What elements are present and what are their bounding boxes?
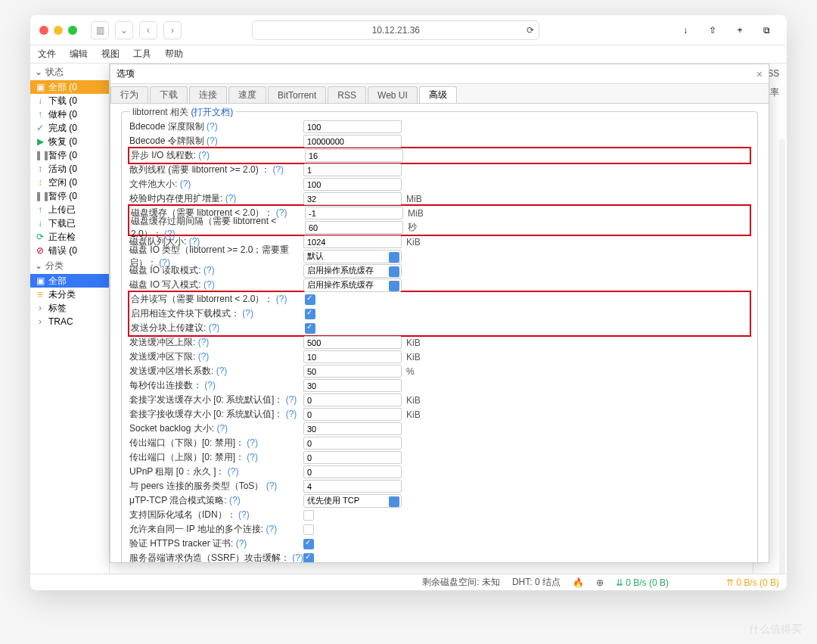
help-icon[interactable]: (?) <box>216 366 228 376</box>
help-icon[interactable]: (?) <box>207 135 218 146</box>
sidebar-status-header[interactable]: ⌄状态 <box>30 64 109 80</box>
new-tab-icon[interactable]: + <box>729 22 750 39</box>
input-field[interactable] <box>305 207 403 219</box>
checkbox[interactable] <box>303 524 314 535</box>
input-field[interactable] <box>305 149 403 162</box>
help-icon[interactable]: (?) <box>225 193 237 204</box>
select-field[interactable]: 默认 <box>303 250 402 263</box>
sidebar-item[interactable]: ▶恢复 (0 <box>30 135 109 148</box>
tab-Web UI[interactable]: Web UI <box>368 86 418 103</box>
help-icon[interactable]: (?) <box>180 179 191 189</box>
dropdown-icon[interactable]: ⌄ <box>115 21 133 39</box>
select-field[interactable]: 启用操作系统缓存 <box>303 264 402 278</box>
help-icon[interactable]: (?) <box>286 394 297 405</box>
sidebar-toggle-icon[interactable]: ▥ <box>91 21 109 39</box>
help-icon[interactable]: (?) <box>247 452 258 462</box>
menu-edit[interactable]: 编辑 <box>70 48 88 61</box>
select-field[interactable]: 启用操作系统缓存 <box>303 278 402 292</box>
input-field[interactable] <box>303 336 402 349</box>
maximize-window[interactable] <box>68 26 77 35</box>
minimize-window[interactable] <box>54 26 63 35</box>
input-field[interactable] <box>303 192 402 205</box>
menu-file[interactable]: 文件 <box>38 48 56 61</box>
tab-RSS[interactable]: RSS <box>328 86 366 103</box>
help-icon[interactable]: (?) <box>276 294 287 304</box>
scrollbar[interactable] <box>779 139 785 574</box>
tab-高级[interactable]: 高级 <box>419 86 457 103</box>
help-icon[interactable]: (?) <box>198 337 210 347</box>
open-docs-link[interactable]: (打开文档) <box>191 107 233 117</box>
help-icon[interactable]: (?) <box>266 524 277 534</box>
checkbox[interactable] <box>305 294 315 305</box>
sidebar-item[interactable]: ⊘错误 (0 <box>30 244 109 257</box>
help-icon[interactable]: (?) <box>236 538 247 549</box>
help-icon[interactable]: (?) <box>228 466 239 477</box>
sidebar-item[interactable]: ↓下载 (0 <box>30 94 109 107</box>
select-field[interactable]: 优先使用 TCP <box>303 494 402 508</box>
help-icon[interactable]: (?) <box>292 552 303 562</box>
input-field[interactable] <box>303 135 402 148</box>
help-icon[interactable]: (?) <box>238 509 250 520</box>
sidebar-item[interactable]: ✓完成 (0 <box>30 121 109 135</box>
menu-tools[interactable]: 工具 <box>133 48 151 61</box>
back-button[interactable]: ‹ <box>139 21 157 39</box>
input-field[interactable] <box>303 235 402 248</box>
tab-下载[interactable]: 下载 <box>150 86 188 103</box>
menu-help[interactable]: 帮助 <box>165 48 183 61</box>
input-field[interactable] <box>303 422 402 435</box>
share-icon[interactable]: ⇧ <box>702 22 723 39</box>
help-icon[interactable]: (?) <box>229 495 241 506</box>
reload-icon[interactable]: ⟳ <box>527 25 534 36</box>
help-icon[interactable]: (?) <box>242 308 253 319</box>
sidebar-item[interactable]: ≡未分类 <box>30 288 109 301</box>
input-field[interactable] <box>305 221 403 234</box>
input-field[interactable] <box>303 379 402 392</box>
sidebar-item[interactable]: ❚❚暂停 (0 <box>30 189 109 203</box>
help-icon[interactable]: (?) <box>198 351 210 362</box>
input-field[interactable] <box>303 350 402 363</box>
input-field[interactable] <box>303 408 402 421</box>
help-icon[interactable]: (?) <box>198 150 210 160</box>
tab-速度[interactable]: 速度 <box>228 86 266 103</box>
sidebar-item[interactable]: ↕空闲 (0 <box>30 176 109 189</box>
sidebar-item[interactable]: ↑做种 (0 <box>30 107 109 121</box>
sidebar-item[interactable]: ❚❚暂停 (0 <box>30 148 109 162</box>
help-icon[interactable]: (?) <box>247 437 258 448</box>
tab-行为[interactable]: 行为 <box>110 86 148 103</box>
sidebar-item[interactable]: ↕活动 (0 <box>30 162 109 176</box>
help-icon[interactable]: (?) <box>286 409 297 419</box>
help-icon[interactable]: (?) <box>209 322 220 333</box>
menu-view[interactable]: 视图 <box>101 48 120 61</box>
sidebar-item[interactable]: ↑上传已 <box>30 203 109 216</box>
input-field[interactable] <box>303 394 402 406</box>
help-icon[interactable]: (?) <box>203 265 215 275</box>
input-field[interactable] <box>303 451 402 464</box>
sidebar-item[interactable]: ›标签 <box>30 301 109 315</box>
help-icon[interactable]: (?) <box>207 121 218 132</box>
globe-icon[interactable]: ⊕ <box>596 577 604 588</box>
sidebar-item[interactable]: ›TRAC <box>30 315 109 328</box>
sidebar-item[interactable]: ⟳正在检 <box>30 230 109 244</box>
input-field[interactable] <box>303 120 402 133</box>
close-icon[interactable]: × <box>756 68 763 80</box>
input-field[interactable] <box>303 437 402 450</box>
close-window[interactable] <box>39 26 48 35</box>
checkbox[interactable] <box>303 510 314 521</box>
input-field[interactable] <box>303 365 402 378</box>
checkbox[interactable] <box>305 323 315 334</box>
checkbox[interactable] <box>303 553 314 563</box>
firewall-icon[interactable]: 🔥 <box>573 577 584 588</box>
address-bar[interactable]: 10.12.21.36⟳ <box>252 20 539 40</box>
checkbox[interactable] <box>303 539 314 549</box>
help-icon[interactable]: (?) <box>266 481 278 491</box>
sidebar-item[interactable]: ↓下载已 <box>30 216 109 230</box>
help-icon[interactable]: (?) <box>204 380 216 390</box>
help-icon[interactable]: (?) <box>272 164 284 175</box>
help-icon[interactable]: (?) <box>216 423 228 434</box>
input-field[interactable] <box>303 163 402 176</box>
tab-连接[interactable]: 连接 <box>189 86 227 103</box>
help-icon[interactable]: (?) <box>203 279 215 290</box>
sidebar-item[interactable]: ▣全部 (0 <box>30 80 109 94</box>
forward-button[interactable]: › <box>163 21 182 39</box>
tab-BitTorrent[interactable]: BitTorrent <box>268 86 326 103</box>
